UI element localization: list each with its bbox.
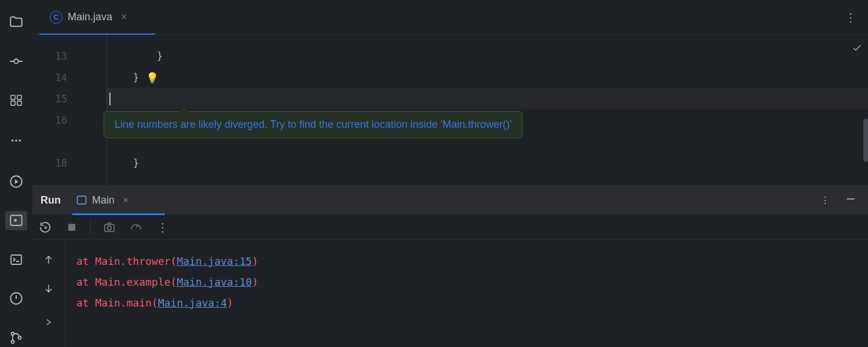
tab-options-icon[interactable]: ⋮ [845,10,856,24]
line-number: 13 [32,45,106,67]
rerun-icon[interactable] [37,219,53,235]
scroll-up-icon[interactable] [41,252,57,268]
stack-frame: at Main.main(Main.java:4) [76,292,868,313]
stack-link[interactable]: Main.java:10 [176,276,252,288]
code-area[interactable]: } } static void thrower() { } Line numbe… [106,35,868,185]
commit-icon[interactable] [5,51,27,70]
svg-point-0 [14,59,19,64]
line-number: 15 [32,88,106,109]
line-number [32,131,106,152]
structure-icon[interactable] [5,91,27,109]
code-line: } [107,45,868,67]
stack-frame: at Main.thrower(Main.java:15) [76,250,868,271]
svg-rect-3 [11,101,15,105]
line-number: 18 [32,152,106,174]
run-panel-title: Run [37,194,61,206]
line-number: 14 💡 [32,67,106,88]
minimize-panel-icon[interactable] [845,193,856,207]
run-toolwindow-icon[interactable] [5,211,27,230]
run-body: at Main.thrower(Main.java:15) at Main.ex… [32,240,868,347]
run-panel-header: Run Main × ⋮ [32,186,868,215]
vcs-icon[interactable] [5,328,27,347]
svg-point-13 [12,340,14,343]
stack-frame: at Main.example(Main.java:10) [76,271,868,292]
terminal-icon[interactable] [5,250,27,269]
close-run-tab-icon[interactable]: × [123,194,129,206]
run-config-tab[interactable]: Main × [76,186,129,215]
console-output[interactable]: at Main.thrower(Main.java:15) at Main.ex… [65,240,868,347]
svg-rect-1 [11,95,15,99]
project-view-icon[interactable] [5,13,27,31]
tab-filename: Main.java [68,11,112,23]
svg-rect-17 [105,224,115,231]
svg-rect-4 [17,101,21,105]
run-options-icon[interactable]: ⋮ [821,195,830,206]
line-number: 16 [32,109,106,131]
code-line-current [107,88,868,109]
svg-point-18 [108,226,111,230]
run-config-label: Main [92,194,115,206]
main-area: C Main.java × ⋮ 13 14 💡 15 16 18 } } sta… [32,0,868,347]
stack-link[interactable]: Main.java:15 [176,255,252,267]
services-icon[interactable] [5,172,27,191]
more-toolwindows-icon[interactable] [5,131,27,149]
editor-tab-bar: C Main.java × ⋮ [32,0,868,35]
run-toolbar: ⋮ [32,215,868,240]
stack-link[interactable]: Main.java:4 [158,297,227,309]
svg-rect-16 [68,224,75,231]
scroll-down-icon[interactable] [41,280,57,297]
svg-rect-15 [78,196,86,204]
run-panel: Run Main × ⋮ [32,185,868,347]
svg-point-5 [12,139,14,142]
code-line: } [107,67,868,88]
activity-bar [0,0,32,347]
java-class-icon: C [50,11,62,24]
stop-icon[interactable] [64,219,80,235]
diverged-lines-tooltip: Line numbers are likely diverged. Try to… [104,111,523,138]
profiler-icon[interactable] [128,219,144,235]
console-more-icon[interactable]: ⋮ [155,219,171,235]
editor-scrollbar-thumb[interactable] [863,119,868,162]
svg-point-7 [19,139,21,142]
code-line: } [107,152,868,174]
inspection-ok-icon[interactable] [852,43,862,56]
svg-point-14 [19,336,21,339]
problems-icon[interactable] [5,289,27,308]
text-cursor [109,93,111,105]
run-gutter [32,240,65,347]
screenshot-icon[interactable] [101,219,117,235]
code-editor[interactable]: 13 14 💡 15 16 18 } } static void thrower… [32,35,868,185]
svg-rect-2 [17,95,21,99]
soft-wrap-chevron-icon[interactable] [41,314,57,330]
editor-gutter: 13 14 💡 15 16 18 [32,35,106,185]
svg-point-12 [12,332,14,335]
svg-point-6 [15,139,17,142]
editor-tab-main-java[interactable]: C Main.java × [39,0,138,35]
close-tab-icon[interactable]: × [121,11,127,23]
svg-rect-10 [11,255,21,264]
